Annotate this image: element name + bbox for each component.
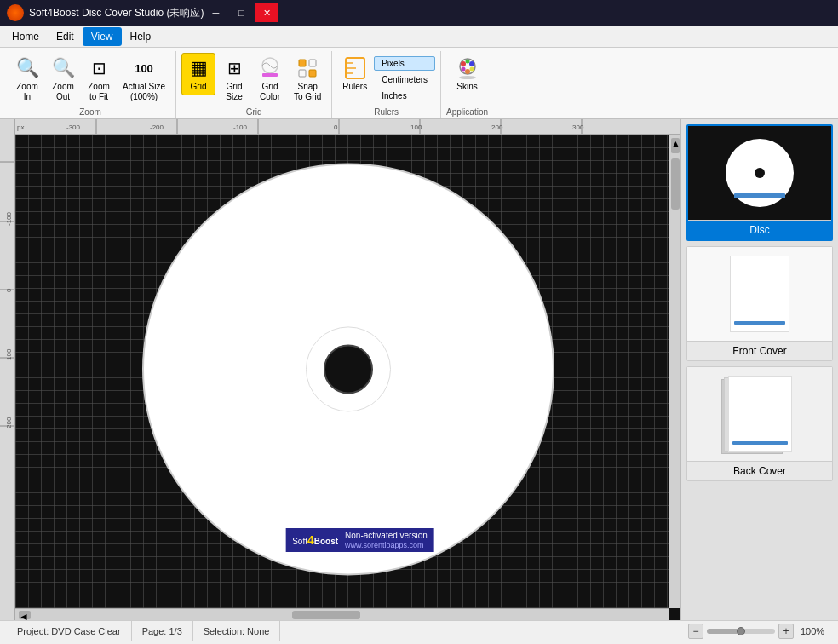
svg-text:px: px xyxy=(17,124,24,131)
skins-button[interactable]: Skins xyxy=(451,53,485,95)
inches-button[interactable]: Inches xyxy=(374,89,435,103)
watermark-boost: Boost xyxy=(314,537,338,546)
title-bar: Soft4Boost Disc Cover Studio (未响应) ─ □ ✕ xyxy=(0,0,838,26)
actual-size-button[interactable]: 100 Actual Size(100%) xyxy=(118,53,170,106)
svg-text:-300: -300 xyxy=(66,124,81,131)
svg-point-16 xyxy=(461,67,465,72)
app-title: Soft4Boost Disc Cover Studio (未响应) xyxy=(29,6,204,20)
zoom-in-label: ZoomIn xyxy=(16,82,38,102)
zoom-in-button[interactable]: 🔍 ZoomIn xyxy=(10,53,44,106)
maximize-button[interactable]: □ xyxy=(229,3,253,22)
grid-button[interactable]: ▦ Grid xyxy=(181,53,215,95)
mini-front-cover-strip xyxy=(734,321,785,325)
grid-color-label: GridColor xyxy=(260,82,280,102)
disc-container[interactable] xyxy=(144,164,553,573)
panel-card-back-cover[interactable]: Back Cover xyxy=(686,366,833,481)
zoom-out-button[interactable]: 🔍 ZoomOut xyxy=(46,53,80,106)
snap-to-grid-button[interactable]: SnapTo Grid xyxy=(289,53,326,106)
svg-text:0: 0 xyxy=(334,124,338,131)
status-page: Page: 1/3 xyxy=(132,621,193,641)
zoom-slider-thumb[interactable] xyxy=(737,627,745,635)
svg-text:0: 0 xyxy=(5,288,13,292)
watermark-line2: www.sorentloapps.com xyxy=(345,541,424,549)
status-selection: Selection: None xyxy=(193,621,281,641)
zoom-out-icon: 🔍 xyxy=(51,56,75,80)
minimize-button[interactable]: ─ xyxy=(204,3,227,22)
grid-size-icon: ⊞ xyxy=(222,56,246,80)
back-cover-card-image xyxy=(687,367,832,461)
menu-home[interactable]: Home xyxy=(3,27,48,46)
panel-card-disc[interactable]: Disc xyxy=(686,124,833,241)
svg-rect-3 xyxy=(299,70,306,77)
svg-point-11 xyxy=(461,61,466,66)
grid-label: Grid xyxy=(191,82,207,92)
svg-rect-34 xyxy=(0,119,15,620)
watermark-four: 4 xyxy=(307,533,314,547)
zoom-level: 100% xyxy=(801,626,831,636)
close-button[interactable]: ✕ xyxy=(255,3,278,22)
menu-edit[interactable]: Edit xyxy=(48,27,83,46)
svg-text:-100: -100 xyxy=(5,211,13,226)
menu-view[interactable]: View xyxy=(83,27,122,46)
zoom-to-fit-button[interactable]: ⊡ Zoomto Fit xyxy=(82,53,116,106)
grid-buttons: ▦ Grid ⊞ GridSize GridColor xyxy=(181,53,326,106)
mini-back-cover xyxy=(728,376,792,452)
pixels-button[interactable]: Pixels xyxy=(374,56,435,71)
svg-rect-2 xyxy=(299,60,306,66)
mini-disc xyxy=(726,139,794,207)
snap-to-grid-icon xyxy=(296,56,319,80)
rulers-button[interactable]: Rulers xyxy=(337,53,372,95)
grid-canvas[interactable]: Soft4Boost Non-activated version www.sor… xyxy=(15,135,680,620)
svg-text:100: 100 xyxy=(410,124,422,131)
svg-point-13 xyxy=(469,61,474,66)
snap-to-grid-label: SnapTo Grid xyxy=(294,82,321,102)
panel-card-front-cover[interactable]: Front Cover xyxy=(686,246,833,361)
svg-text:-200: -200 xyxy=(150,124,164,131)
hscroll-thumb[interactable] xyxy=(292,611,360,619)
centimeters-button[interactable]: Centimeters xyxy=(374,72,435,87)
right-panel: Disc Front Cover Back Co xyxy=(680,119,838,620)
canvas-area[interactable]: px -300 -200 -100 0 100 200 300 xyxy=(0,119,680,620)
svg-text:-100: -100 xyxy=(233,124,248,131)
mini-front-cover xyxy=(730,256,789,332)
mini-back-strip xyxy=(732,441,788,445)
watermark-soft: Soft xyxy=(292,537,307,546)
vscroll-up-arrow[interactable]: ▲ xyxy=(671,138,680,153)
svg-text:200: 200 xyxy=(491,124,503,131)
zoom-to-fit-label: Zoomto Fit xyxy=(88,82,110,102)
disc-card-image xyxy=(688,126,831,220)
grid-size-button[interactable]: ⊞ GridSize xyxy=(217,53,251,106)
ruler-top: px -300 -200 -100 0 100 200 300 xyxy=(15,119,680,135)
zoom-out-label: ZoomOut xyxy=(52,82,74,102)
zoom-in-icon: 🔍 xyxy=(15,56,39,80)
zoom-slider[interactable] xyxy=(707,629,775,634)
horizontal-scrollbar[interactable]: ◄ xyxy=(15,608,669,620)
skins-icon xyxy=(456,56,479,80)
svg-point-14 xyxy=(469,67,474,72)
rulers-group-label: Rulers xyxy=(374,106,399,117)
watermark: Soft4Boost Non-activated version www.sor… xyxy=(285,528,434,552)
mini-back-cover-stack xyxy=(726,376,794,452)
zoom-decrease-button[interactable]: − xyxy=(688,624,703,639)
application-group-label: Application xyxy=(446,106,488,117)
zoom-to-fit-icon: ⊡ xyxy=(87,56,111,80)
skins-label: Skins xyxy=(456,82,477,92)
hscroll-left-arrow[interactable]: ◄ xyxy=(19,611,31,619)
svg-point-15 xyxy=(465,69,470,74)
back-cover-card-label: Back Cover xyxy=(687,461,832,480)
grid-color-button[interactable]: GridColor xyxy=(253,53,287,106)
mini-disc-hole xyxy=(755,168,765,178)
ribbon-group-rulers: Rulers Pixels Centimeters Inches Rulers xyxy=(332,51,441,118)
svg-rect-5 xyxy=(309,70,316,77)
zoom-increase-button[interactable]: + xyxy=(778,624,794,639)
ribbon-group-grid: ▦ Grid ⊞ GridSize GridColor xyxy=(176,51,332,118)
status-zoom: − + 100% xyxy=(688,624,831,639)
svg-rect-4 xyxy=(309,60,316,66)
units-column: Pixels Centimeters Inches xyxy=(374,56,435,103)
actual-size-label: Actual Size(100%) xyxy=(123,82,165,102)
vertical-scrollbar[interactable]: ▲ xyxy=(669,135,680,608)
grid-icon: ▦ xyxy=(187,56,210,80)
vscroll-thumb[interactable] xyxy=(671,158,680,210)
rulers-buttons: Rulers Pixels Centimeters Inches xyxy=(337,53,435,106)
menu-help[interactable]: Help xyxy=(122,27,160,46)
